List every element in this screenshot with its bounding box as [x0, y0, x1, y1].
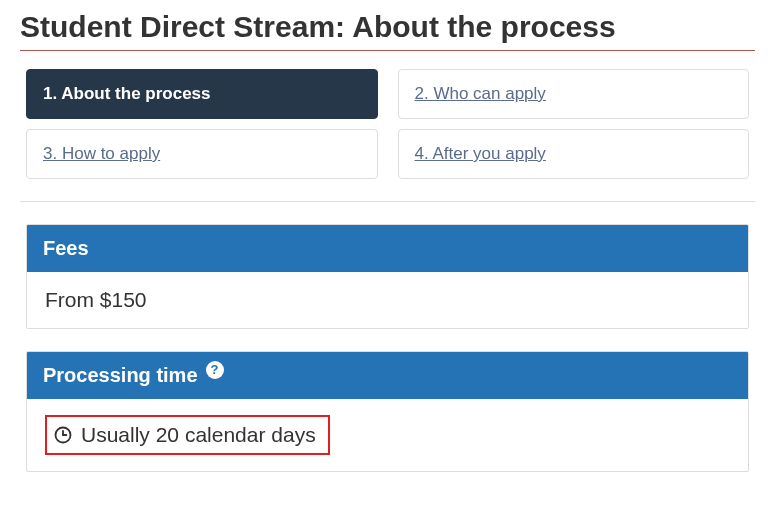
fees-heading: Fees: [27, 225, 748, 272]
tab-label: 1. About the process: [43, 84, 211, 103]
processing-time-value: Usually 20 calendar days: [81, 423, 316, 447]
tab-label: 2. Who can apply: [415, 84, 546, 103]
fees-value: From $150: [27, 272, 748, 328]
tab-who-can-apply[interactable]: 2. Who can apply: [398, 69, 750, 119]
step-tabs: 1. About the process 2. Who can apply 3.…: [20, 69, 755, 179]
tab-about-process[interactable]: 1. About the process: [26, 69, 378, 119]
processing-time-panel: Processing time ? Usually 20 calendar da…: [26, 351, 749, 472]
fees-panel: Fees From $150: [26, 224, 749, 329]
clock-icon: [53, 425, 73, 445]
tab-label: 4. After you apply: [415, 144, 546, 163]
page-title: Student Direct Stream: About the process: [20, 10, 755, 51]
help-icon[interactable]: ?: [206, 361, 224, 379]
processing-time-highlight: Usually 20 calendar days: [45, 415, 330, 455]
tab-label: 3. How to apply: [43, 144, 160, 163]
processing-time-body: Usually 20 calendar days: [27, 399, 748, 471]
tab-how-to-apply[interactable]: 3. How to apply: [26, 129, 378, 179]
processing-time-heading-text: Processing time: [43, 364, 198, 387]
tab-after-you-apply[interactable]: 4. After you apply: [398, 129, 750, 179]
divider: [20, 201, 755, 202]
processing-time-heading: Processing time ?: [27, 352, 748, 399]
